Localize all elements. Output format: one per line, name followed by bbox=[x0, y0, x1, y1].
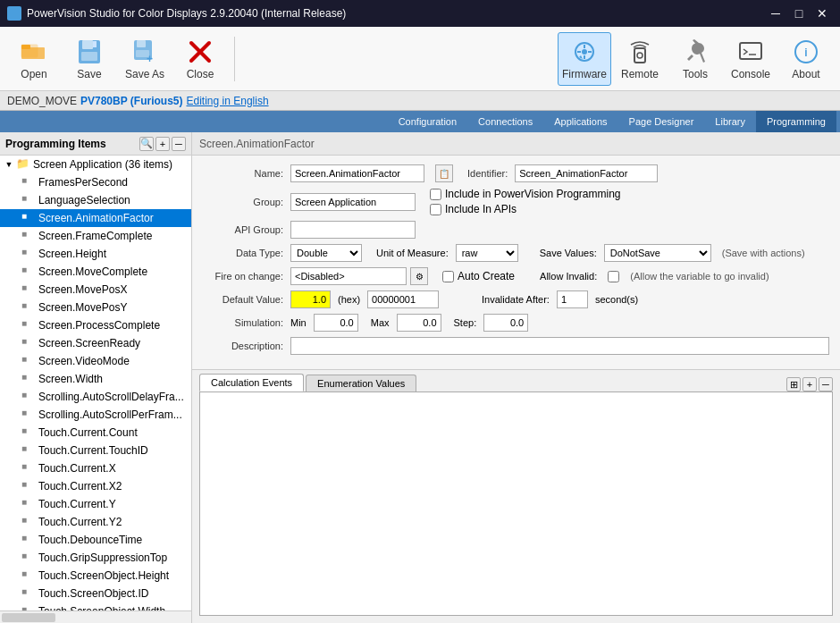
about-button[interactable]: i About bbox=[779, 32, 833, 86]
tree-item-icon: ■ bbox=[21, 175, 36, 189]
tree-item-icon: ■ bbox=[21, 568, 36, 583]
close-button[interactable]: Close bbox=[173, 32, 227, 86]
tree-item-icon: ■ bbox=[21, 354, 36, 368]
open-button[interactable]: Open bbox=[7, 32, 61, 86]
tree-root-item[interactable]: ▼ 📁 Screen Application (36 items) bbox=[0, 156, 191, 173]
include-pv-label: Include in PowerVision Programming bbox=[445, 188, 621, 200]
tree-item-moveposy[interactable]: ■ Screen.MovePosY bbox=[0, 299, 191, 316]
fire-row: Fire on change: ⚙ Auto Create Allow Inva… bbox=[203, 267, 829, 285]
simulation-label: Simulation: bbox=[203, 317, 283, 328]
include-apis-checkbox-label[interactable]: Include In APIs bbox=[430, 203, 621, 215]
tree-item-touchx2[interactable]: ■ Touch.Current.X2 bbox=[0, 477, 191, 495]
firmware-icon bbox=[570, 38, 599, 66]
tree-item-objwidth[interactable]: ■ Touch.ScreenObject.Width bbox=[0, 602, 191, 610]
fire-input[interactable] bbox=[290, 267, 407, 285]
tree-item-height[interactable]: ■ Screen.Height bbox=[0, 245, 191, 263]
include-pv-checkbox[interactable] bbox=[430, 189, 441, 200]
tree-item-icon: ■ bbox=[21, 408, 36, 422]
tree-item-grip[interactable]: ■ Touch.GripSuppressionTop bbox=[0, 549, 191, 567]
tree-item-movecomplete[interactable]: ■ Screen.MoveComplete bbox=[0, 263, 191, 281]
tree-item-icon: ■ bbox=[21, 515, 36, 529]
tree-item-debounce[interactable]: ■ Touch.DebounceTime bbox=[0, 531, 191, 549]
tree-item-icon: ■ bbox=[21, 390, 36, 404]
datatype-select[interactable]: Double bbox=[290, 244, 362, 262]
tree-item-scrolldelay[interactable]: ■ Scrolling.AutoScrollDelayFra... bbox=[0, 388, 191, 406]
maximize-button[interactable]: □ bbox=[788, 4, 810, 22]
save-values-label: Save Values: bbox=[540, 248, 597, 258]
tree-item-width[interactable]: ■ Screen.Width bbox=[0, 370, 191, 388]
nav-page-designer[interactable]: Page Designer bbox=[618, 111, 705, 132]
close-window-button[interactable]: ✕ bbox=[811, 4, 833, 22]
tree-item-objheight[interactable]: ■ Touch.ScreenObject.Height bbox=[0, 567, 191, 585]
tree-item-touchid[interactable]: ■ Touch.Current.TouchID bbox=[0, 442, 191, 459]
tab-enumeration-values[interactable]: Enumeration Values bbox=[306, 375, 416, 391]
tree-item-videomode[interactable]: ■ Screen.VideoMode bbox=[0, 352, 191, 370]
description-input[interactable] bbox=[290, 337, 829, 355]
tree-item-fps[interactable]: ■ FramesPerSecond bbox=[0, 173, 191, 191]
tree-item-anim[interactable]: ■ Screen.AnimationFactor bbox=[0, 209, 191, 227]
minimize-button[interactable]: ─ bbox=[765, 4, 786, 22]
unit-select[interactable]: raw bbox=[456, 244, 518, 262]
nav-programming[interactable]: Programming bbox=[756, 111, 836, 132]
firmware-button[interactable]: Firmware bbox=[558, 32, 611, 86]
name-input[interactable] bbox=[290, 164, 424, 182]
folder-icon: 📁 bbox=[16, 157, 30, 172]
tab-calculation-events[interactable]: Calculation Events bbox=[199, 374, 304, 391]
allow-invalid-checkbox[interactable] bbox=[608, 271, 619, 282]
tree-item-label: Touch.GripSuppressionTop bbox=[38, 551, 167, 564]
tree-horizontal-scrollbar[interactable] bbox=[0, 610, 191, 623]
tree-item-objid[interactable]: ■ Touch.ScreenObject.ID bbox=[0, 585, 191, 602]
tree-scrollbar-thumb[interactable] bbox=[2, 613, 55, 622]
console-button[interactable]: Console bbox=[724, 32, 777, 86]
save-note: (Save with actions) bbox=[722, 248, 805, 258]
auto-create-label[interactable]: Auto Create bbox=[442, 270, 515, 282]
auto-create-checkbox[interactable] bbox=[442, 271, 454, 282]
open-label: Open bbox=[21, 68, 46, 80]
add-item-button[interactable]: + bbox=[155, 137, 170, 151]
saveas-button[interactable]: + Save As bbox=[118, 32, 172, 86]
identifier-input[interactable] bbox=[515, 164, 658, 182]
tree-item-screenready[interactable]: ■ Screen.ScreenReady bbox=[0, 334, 191, 352]
tree-item-touchcount[interactable]: ■ Touch.Current.Count bbox=[0, 424, 191, 442]
remove-item-button[interactable]: ─ bbox=[172, 137, 186, 151]
sim-step-input[interactable] bbox=[483, 314, 528, 332]
nav-bar: Configuration Connections Applications P… bbox=[0, 111, 840, 132]
tree-item-touchx[interactable]: ■ Touch.Current.X bbox=[0, 459, 191, 477]
nav-applications[interactable]: Applications bbox=[543, 111, 617, 132]
tree-item-label: Screen.AnimationFactor bbox=[38, 212, 154, 224]
tree-item-scrollperframe[interactable]: ■ Scrolling.AutoScrollPerFram... bbox=[0, 406, 191, 424]
tree-item-touchy2[interactable]: ■ Touch.Current.Y2 bbox=[0, 513, 191, 531]
nav-connections[interactable]: Connections bbox=[467, 111, 543, 132]
tree-item-framecomplete[interactable]: ■ Screen.FrameComplete bbox=[0, 227, 191, 245]
nav-configuration[interactable]: Configuration bbox=[388, 111, 467, 132]
include-apis-checkbox[interactable] bbox=[430, 204, 441, 215]
tools-button[interactable]: Tools bbox=[668, 32, 722, 86]
group-label: Group: bbox=[203, 197, 283, 207]
save-values-select[interactable]: DoNotSave bbox=[604, 244, 711, 262]
sim-min-input[interactable] bbox=[314, 314, 358, 332]
name-browse-button[interactable]: 📋 bbox=[435, 164, 453, 182]
sim-max-input[interactable] bbox=[397, 314, 441, 332]
include-pv-checkbox-label[interactable]: Include in PowerVision Programming bbox=[430, 188, 621, 200]
hex-value-input[interactable] bbox=[367, 290, 439, 308]
tab-add-button[interactable]: + bbox=[802, 377, 817, 391]
remote-button[interactable]: Remote bbox=[613, 32, 667, 86]
tree-item-icon: ■ bbox=[21, 551, 36, 565]
tree-item-processcomplete[interactable]: ■ Screen.ProcessComplete bbox=[0, 316, 191, 334]
tree-item-lang[interactable]: ■ LanguageSelection bbox=[0, 191, 191, 209]
tab-remove-button[interactable]: ─ bbox=[819, 377, 833, 391]
invalidate-input[interactable] bbox=[557, 290, 588, 308]
save-button[interactable]: Save bbox=[63, 32, 116, 86]
tree-item-moveposx[interactable]: ■ Screen.MovePosX bbox=[0, 281, 191, 299]
group-input[interactable] bbox=[290, 193, 416, 211]
search-panel-button[interactable]: 🔍 bbox=[139, 137, 154, 151]
tab-options-button[interactable]: ⊞ bbox=[786, 377, 801, 391]
svg-point-14 bbox=[582, 49, 587, 55]
tree-item-touchy[interactable]: ■ Touch.Current.Y bbox=[0, 495, 191, 513]
api-group-input[interactable] bbox=[290, 221, 416, 239]
sim-max-label: Max bbox=[371, 317, 390, 328]
default-value-input[interactable] bbox=[290, 290, 331, 308]
fire-browse-button[interactable]: ⚙ bbox=[410, 267, 428, 285]
tree-expand-icon[interactable]: ▼ bbox=[4, 159, 14, 170]
nav-library[interactable]: Library bbox=[704, 111, 756, 132]
